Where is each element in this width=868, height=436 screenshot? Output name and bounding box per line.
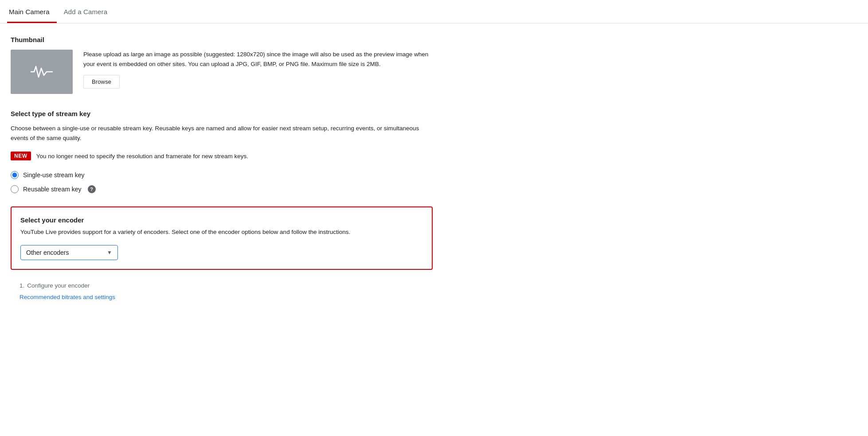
main-content: Thumbnail Please upload as large an imag…	[0, 23, 443, 318]
radio-reusable-label: Reusable stream key	[23, 186, 82, 193]
tab-main-camera[interactable]: Main Camera	[7, 0, 57, 23]
tab-main-camera-label: Main Camera	[9, 8, 50, 16]
new-notice-text: You no longer need to specify the resolu…	[36, 153, 248, 160]
configure-title: Configure your encoder	[27, 282, 90, 289]
tab-add-camera-label: Add a Camera	[64, 8, 108, 16]
reusable-help-icon[interactable]: ?	[88, 185, 96, 193]
thumbnail-preview	[11, 50, 73, 94]
stream-key-radio-group: Single-use stream key Reusable stream ke…	[11, 171, 433, 193]
recommended-bitrates-link[interactable]: Recommended bitrates and settings	[20, 294, 115, 300]
encoder-description: YouTube Live provides support for a vari…	[20, 227, 423, 237]
step-number: 1.	[20, 282, 24, 289]
new-badge: NEW	[11, 152, 31, 160]
chevron-down-icon: ▼	[107, 249, 112, 256]
thumbnail-row: Please upload as large an image as possi…	[11, 50, 433, 94]
tabs-bar: Main Camera Add a Camera	[0, 0, 868, 23]
browse-button[interactable]: Browse	[83, 75, 120, 89]
stream-key-title: Select type of stream key	[11, 110, 433, 117]
encoder-selected-label: Other encoders	[26, 249, 69, 256]
encoder-select[interactable]: Other encoders ▼	[20, 245, 118, 260]
stream-key-section: Select type of stream key Choose between…	[11, 110, 433, 193]
stream-key-description: Choose between a single-use or reusable …	[11, 124, 433, 143]
thumbnail-info: Please upload as large an image as possi…	[83, 50, 433, 89]
thumbnail-section: Thumbnail Please upload as large an imag…	[11, 36, 433, 94]
radio-single-use-input[interactable]	[11, 171, 19, 179]
encoder-title: Select your encoder	[20, 216, 423, 224]
waveform-icon	[31, 63, 53, 81]
radio-reusable-input[interactable]	[11, 185, 19, 193]
thumbnail-title: Thumbnail	[11, 36, 433, 43]
new-notice: NEW You no longer need to specify the re…	[11, 152, 433, 160]
radio-reusable[interactable]: Reusable stream key ?	[11, 185, 433, 193]
thumbnail-description: Please upload as large an image as possi…	[83, 50, 433, 69]
encoder-section: Select your encoder YouTube Live provide…	[11, 206, 433, 270]
radio-single-use-label: Single-use stream key	[23, 171, 85, 179]
configure-section: 1. Configure your encoder Recommended bi…	[11, 282, 433, 300]
tab-add-camera[interactable]: Add a Camera	[62, 0, 115, 23]
radio-single-use[interactable]: Single-use stream key	[11, 171, 433, 179]
